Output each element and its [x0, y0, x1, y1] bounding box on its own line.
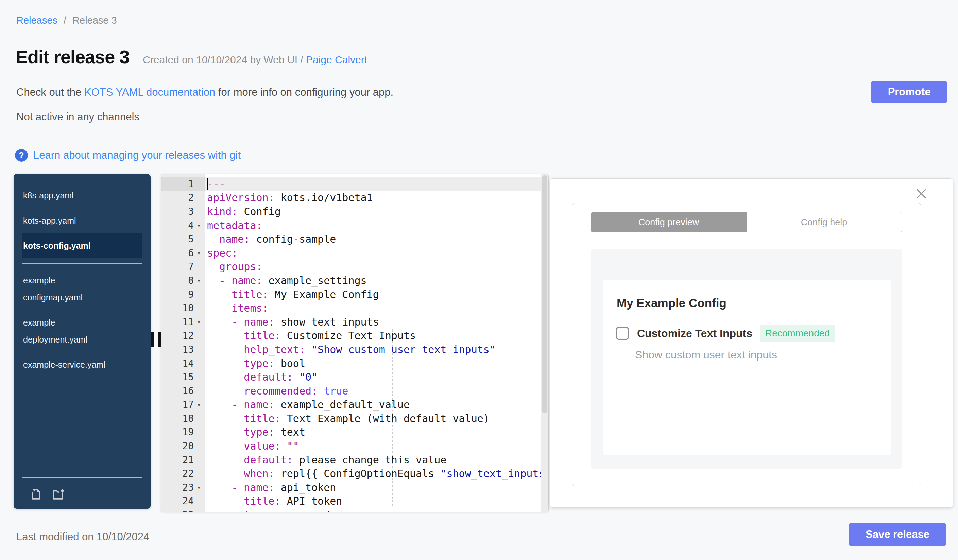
fold-arrow-icon[interactable]: ▾: [194, 401, 204, 408]
editor-scrollbar-thumb[interactable]: [542, 176, 547, 413]
gutter-cell: 10: [161, 301, 205, 315]
config-group-card: My Example Config Customize Text Inputs …: [603, 280, 891, 455]
line-number: 25: [161, 509, 194, 512]
code-line[interactable]: 6▾spec:: [161, 246, 548, 260]
doc-hint: Check out the KOTS YAML documentation fo…: [16, 86, 393, 98]
line-number: 23: [161, 482, 194, 493]
editor-scrollbar[interactable]: [541, 174, 548, 512]
git-help-link[interactable]: ? Learn about managing your releases wit…: [15, 149, 241, 162]
gutter-cell: 8▾: [161, 274, 205, 288]
code-text: when: repl{{ ConfigOptionEquals "show_te…: [205, 467, 548, 481]
gutter-cell: 16: [161, 384, 205, 398]
code-text: value: "": [205, 439, 548, 453]
line-number: 18: [161, 413, 194, 424]
tab-config-preview[interactable]: Config preview: [591, 212, 747, 233]
code-text: help_text: "Show custom user text inputs…: [205, 343, 548, 356]
config-item-help: Show custom user text inputs: [635, 349, 891, 361]
code-text: type: password: [205, 508, 548, 512]
code-text: type: text: [205, 426, 548, 439]
kots-yaml-doc-link[interactable]: KOTS YAML documentation: [84, 86, 215, 98]
gutter-cell: 7: [161, 260, 205, 274]
code-line[interactable]: 11▾ - name: show_text_inputs: [161, 315, 548, 329]
line-number: 12: [161, 330, 194, 341]
line-number: 1: [161, 179, 194, 190]
author-link[interactable]: Paige Calvert: [306, 54, 367, 65]
file-name: kots-config.yaml: [23, 237, 91, 254]
close-icon[interactable]: [915, 187, 928, 201]
save-release-button[interactable]: Save release: [849, 523, 946, 546]
code-line[interactable]: 22 when: repl{{ ConfigOptionEquals "show…: [161, 467, 548, 481]
code-line[interactable]: 15 default: "0": [161, 370, 548, 384]
config-item-label: Customize Text Inputs: [637, 327, 752, 340]
customize-text-inputs-checkbox[interactable]: [616, 327, 629, 340]
line-number: 3: [161, 206, 194, 217]
code-line[interactable]: 19 type: text: [161, 426, 548, 439]
file-item-kots-config-yaml[interactable]: kots-config.yaml: [22, 233, 142, 258]
yaml-editor[interactable]: 1---2apiVersion: kots.io/v1beta13kind: C…: [161, 174, 549, 512]
fold-arrow-icon[interactable]: ▾: [194, 318, 204, 326]
gutter-cell: 2: [161, 191, 205, 205]
code-text: title: Text Example (with default value): [205, 411, 548, 426]
code-line[interactable]: 21 default: please change this value: [161, 453, 548, 467]
page-title: Edit release 3: [16, 46, 129, 67]
gutter-cell: 3: [161, 204, 205, 218]
code-line[interactable]: 14 type: bool: [161, 356, 548, 370]
file-item-k8s-app-yaml[interactable]: k8s-app.yaml: [22, 183, 142, 208]
code-text: - name: api_token: [205, 481, 548, 494]
sidebar-resize-handle[interactable]: [151, 332, 161, 347]
code-line[interactable]: 25 type: password: [161, 508, 548, 512]
preview-card: Config previewConfig help My Example Con…: [572, 203, 921, 486]
file-name: example-configmap.yaml: [23, 272, 108, 306]
gutter-cell: 1: [161, 177, 205, 191]
code-line[interactable]: 9 title: My Example Config: [161, 288, 548, 301]
code-text: apiVersion: kots.io/v1beta1: [205, 191, 548, 205]
code-line[interactable]: 1---: [161, 177, 548, 191]
line-number: 19: [161, 426, 194, 438]
code-line[interactable]: 10 items:: [161, 301, 548, 315]
code-line[interactable]: 8▾ - name: example_settings: [161, 274, 548, 288]
line-number: 16: [161, 385, 194, 397]
line-number: 24: [161, 495, 194, 507]
file-item-example-service-yaml[interactable]: example-service.yaml: [22, 352, 142, 377]
gutter-cell: 21: [161, 453, 205, 467]
fold-arrow-icon[interactable]: ▾: [194, 484, 204, 491]
code-line[interactable]: 3kind: Config: [161, 204, 548, 218]
file-sidebar: k8s-app.yamlkots-app.yamlkots-config.yam…: [14, 174, 151, 509]
breadcrumb-releases-link[interactable]: Releases: [16, 15, 57, 26]
gutter-cell: 14: [161, 356, 205, 370]
code-line[interactable]: 18 title: Text Example (with default val…: [161, 411, 548, 426]
code-line[interactable]: 16 recommended: true: [161, 384, 548, 398]
preview-body: My Example Config Customize Text Inputs …: [591, 249, 902, 468]
file-item-kots-app-yaml[interactable]: kots-app.yaml: [22, 208, 142, 233]
code-line[interactable]: 17▾ - name: example_default_value: [161, 398, 548, 412]
line-number: 13: [161, 344, 194, 355]
new-folder-icon[interactable]: [51, 487, 66, 500]
fold-arrow-icon[interactable]: ▾: [194, 249, 204, 256]
code-line[interactable]: 7 groups:: [161, 260, 548, 274]
code-line[interactable]: 13 help_text: "Show custom user text inp…: [161, 343, 548, 356]
fold-arrow-icon[interactable]: ▾: [194, 221, 204, 229]
gutter-cell: 6▾: [161, 246, 205, 260]
file-item-example-configmap-yaml[interactable]: example-configmap.yaml: [22, 268, 142, 310]
line-number: 8: [161, 275, 194, 286]
code-text: default: "0": [205, 370, 548, 384]
gutter-cell: 4▾: [161, 218, 205, 233]
code-line[interactable]: 5 name: config-sample: [161, 232, 548, 246]
promote-button[interactable]: Promote: [871, 81, 947, 103]
doc-hint-suffix: for more info on configuring your app.: [218, 86, 393, 98]
file-item-example-deployment-yaml[interactable]: example-deployment.yaml: [22, 310, 142, 352]
fold-arrow-icon[interactable]: ▾: [194, 277, 204, 284]
code-line[interactable]: 12 title: Customize Text Inputs: [161, 329, 548, 343]
gutter-cell: 23▾: [161, 481, 205, 494]
code-line[interactable]: 23▾ - name: api_token: [161, 481, 548, 494]
code-line[interactable]: 20 value: "": [161, 439, 548, 453]
new-file-icon[interactable]: [29, 487, 43, 500]
tab-config-help[interactable]: Config help: [747, 212, 902, 233]
code-line[interactable]: 2apiVersion: kots.io/v1beta1: [161, 191, 548, 205]
code-text: title: API token: [205, 494, 548, 508]
code-line[interactable]: 4▾metadata:: [161, 218, 548, 233]
gutter-cell: 19: [161, 426, 205, 439]
code-lines: 1---2apiVersion: kots.io/v1beta13kind: C…: [161, 174, 548, 512]
line-number: 11: [161, 316, 194, 327]
code-line[interactable]: 24 title: API token: [161, 494, 548, 508]
